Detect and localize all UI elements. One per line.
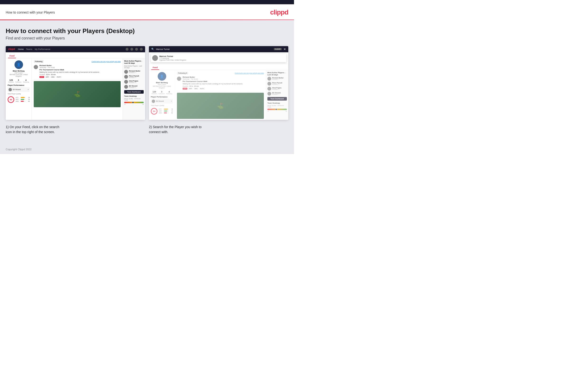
chevron-down-icon-1: ▾: [28, 89, 29, 91]
heatmap-sub-1: Player Quality · 20 Round Trend: [124, 98, 144, 101]
player-item-0-1: Richard Butler Activities: 7: [124, 70, 144, 74]
quality-bars-1: OTT 79 APP 70: [16, 97, 30, 102]
screenshot-2-block: 🔍 CLEAR ✕ Marcus Turner 1.5 Handicap Cyp…: [149, 46, 288, 137]
user-icon-1[interactable]: [140, 48, 143, 51]
stat-label-following-1: Following: [23, 81, 29, 83]
control-link-1[interactable]: Control who can see your activity and da…: [92, 61, 121, 62]
search-bar-overlay-2: 🔍 CLEAR ✕: [149, 46, 288, 52]
team-dashboard-btn-2[interactable]: Team Dashboard: [267, 97, 287, 101]
top-bar: [0, 0, 294, 4]
hero-section: How to connect with your Players (Deskto…: [6, 27, 288, 40]
search-icon-1[interactable]: [126, 48, 129, 51]
player-perf-name-2: Eli Vincent: [156, 100, 170, 102]
stat-activities-1: 129 Activities: [8, 79, 14, 83]
caption-text-2: 2) Search for the Player you wish toconn…: [149, 125, 288, 135]
mid-panel-1: Following Control who can see your activ…: [32, 58, 123, 120]
footer: Copyright Clippd 2022: [0, 144, 294, 154]
player-perf-row-2[interactable]: Eli Vincent ▾: [151, 99, 173, 104]
stat-val-following-1: 4: [23, 79, 29, 81]
app-nav-icons-1: [126, 48, 143, 51]
left-panel-2: 👤 Blair McHarg Golf Coach Mill Ride Golf…: [149, 70, 175, 120]
search-input-2[interactable]: [156, 48, 272, 50]
nav-link-teams-1[interactable]: Teams: [26, 48, 32, 50]
search-dropdown-2[interactable]: Marcus Turner 1.5 Handicap Cypress Point…: [151, 54, 286, 62]
heatmap-bar-1: [124, 102, 144, 103]
profile-role-2: Golf Coach: [151, 84, 173, 85]
screenshot-1-block: clippd Home Teams My Performance: [6, 46, 145, 137]
player-perf-row-1[interactable]: Eli Vincent ▾: [8, 87, 30, 92]
profile-section-2: 👤 Blair McHarg Golf Coach Mill Ride Golf…: [151, 72, 173, 89]
mid-panel-2: Following ▾ Control who can see your act…: [175, 70, 266, 120]
activity-title-1: Pre Tournament Course Walk: [39, 69, 121, 71]
tag-pills-1: OTT APP ARG PUTT: [39, 76, 121, 78]
player-perf-title-2: Player Performance: [151, 96, 173, 98]
search-result-info-2: Marcus Turner 1.5 Handicap Cypress Point…: [159, 55, 186, 61]
player-perf-name-1: Eli Vincent: [13, 89, 27, 90]
hero-subtitle: Find and connect with your Players: [6, 36, 288, 40]
left-panel-1: 👤 Blair McHarg Golf Coach Mill Ride Golf…: [6, 58, 32, 120]
feed-tab-1[interactable]: Feed: [8, 54, 16, 58]
stat-val-acts-1: 129: [8, 79, 14, 81]
following-dropdown-1[interactable]: Following: [34, 60, 44, 63]
stat-followers-1: 3 Followers: [16, 79, 22, 83]
bar-ott-1: OTT 79: [16, 97, 30, 98]
logo: clippd: [270, 9, 288, 16]
profile-role-1: Golf Coach: [8, 72, 30, 74]
player-perf-avatar-1: [9, 88, 12, 91]
profile-stats-2: 129 Activities 3 Followers 4 Following: [151, 91, 173, 94]
activity-image-2: ⛳: [177, 93, 264, 119]
activity-desc-1: Walking the course with my coach to buil…: [39, 71, 121, 73]
player-perf-title-1: Player Performance: [8, 84, 30, 86]
caption-1: 1) On your Feed, click on the searchicon…: [6, 120, 145, 137]
control-link-2[interactable]: Control who can see your activity and da…: [235, 72, 264, 74]
app-nav-1: clippd Home Teams My Performance: [6, 46, 145, 52]
heatmap-labels-1: -5 +5: [124, 104, 144, 105]
caption-2: 2) Search for the Player you wish toconn…: [149, 120, 288, 137]
heatmap-bar-2: [267, 109, 287, 110]
heatmap-marker-1: [132, 101, 134, 103]
feed-tab-2[interactable]: Feed: [151, 66, 159, 70]
player-avatar-2-1: [124, 80, 128, 84]
nav-link-perf-1[interactable]: My Performance: [35, 48, 50, 50]
profile-name-1: Blair McHarg: [8, 70, 30, 72]
player-item-1-1: Piers Parnell Activities: 4: [124, 75, 144, 79]
tag-ott-1: OTT: [39, 76, 44, 78]
chevron-down-icon-2: ▾: [171, 100, 172, 102]
following-dropdown-2[interactable]: Following ▾: [177, 72, 188, 75]
caption-text-1: 1) On your Feed, click on the searchicon…: [6, 125, 145, 135]
copyright: Copyright Clippd 2022: [6, 148, 32, 151]
app-body-1: 👤 Blair McHarg Golf Coach Mill Ride Golf…: [6, 58, 145, 120]
settings-icon-1[interactable]: [135, 48, 138, 51]
search-result-club-2: Cypress Point Club, United Kingdom: [159, 59, 186, 61]
search-result-name-2: Marcus Turner: [159, 55, 186, 57]
screenshot-2-frame: 🔍 CLEAR ✕ Marcus Turner 1.5 Handicap Cyp…: [149, 46, 288, 120]
search-result-handicap-2: 1.5 Handicap: [159, 57, 186, 59]
team-dashboard-btn-1[interactable]: Team Dashboard: [124, 90, 144, 94]
most-active-sub-1: Most Active Players - Last 30 days: [124, 65, 144, 68]
app-body-2: 👤 Blair McHarg Golf Coach Mill Ride Golf…: [149, 70, 288, 120]
team-heatmap-label-1: Team Heatmap: [124, 95, 144, 97]
search-result-avatar-2: [152, 55, 158, 61]
profile-icon-1[interactable]: [130, 48, 133, 51]
search-clear-btn-2[interactable]: CLEAR: [274, 48, 282, 50]
profile-avatar-1: 👤: [15, 60, 23, 69]
stat-val-fol-1: 3: [16, 79, 22, 81]
quality-label-2: Total Player Quality: [151, 105, 173, 106]
stat-following-1: 4 Following: [23, 79, 29, 83]
nav-link-home-1[interactable]: Home: [18, 48, 24, 50]
player-avatar-3-1: [124, 85, 128, 89]
screenshot-1-frame: clippd Home Teams My Performance: [6, 46, 145, 120]
player-item-3-1: Eli Vincent Activities: 1: [124, 85, 144, 89]
bar-arg-1: ARG 64: [16, 101, 30, 102]
activity-content-1: Richard Butler Yesterday · The Grove Pre…: [39, 64, 121, 78]
tag-putt-1: PUTT: [56, 76, 62, 78]
right-panel-1: Most Active Players - Last 30 days Most …: [123, 58, 145, 120]
search-close-btn-2[interactable]: ✕: [284, 47, 286, 51]
activity-user-name-1: Richard Butler: [39, 64, 121, 66]
player-avatar-1-1: [124, 75, 128, 79]
hero-title: How to connect with your Players (Deskto…: [6, 27, 288, 35]
activity-card-1: Richard Butler Yesterday · The Grove Pre…: [34, 64, 121, 80]
tag-arg-1: ARG: [50, 76, 55, 78]
bar-app-1: APP 70: [16, 99, 30, 100]
heatmap-fill-1: [124, 102, 144, 103]
